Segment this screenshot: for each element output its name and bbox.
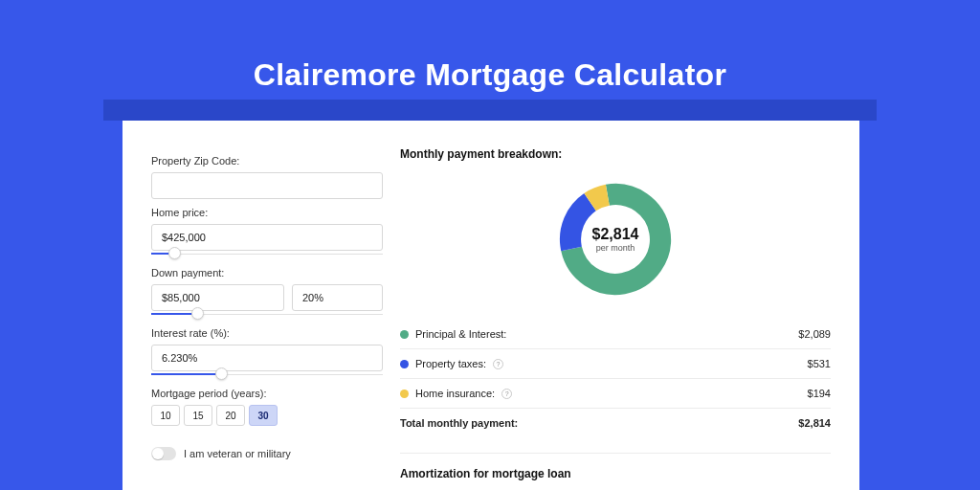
slider-thumb[interactable] [215, 368, 228, 380]
breakdown-value: $2,089 [798, 328, 831, 340]
home-price-slider[interactable] [151, 250, 383, 259]
down-payment-slider[interactable] [151, 310, 383, 320]
down-payment-pct-input[interactable] [292, 284, 383, 311]
payment-donut-chart: $2,814 per month [556, 180, 675, 299]
legend-dot [400, 330, 409, 339]
breakdown-row: Principal & Interest:$2,089 [400, 320, 831, 348]
legend-dot [400, 360, 409, 368]
breakdown-label: Principal & Interest: [415, 328, 506, 340]
breakdown-title: Monthly payment breakdown: [400, 147, 831, 161]
amortization-title: Amortization for mortgage loan [400, 467, 831, 480]
period-option-15[interactable]: 15 [184, 405, 212, 426]
interest-input[interactable] [151, 345, 383, 371]
period-label: Mortgage period (years): [151, 388, 383, 399]
breakdown-row: Home insurance:?$194 [400, 378, 831, 408]
donut-sub: per month [596, 243, 635, 253]
breakdown-row: Property taxes:?$531 [400, 348, 831, 378]
breakdown-value: $194 [808, 388, 831, 399]
form-panel: Property Zip Code: Home price: Down paym… [151, 147, 383, 490]
period-option-20[interactable]: 20 [216, 405, 245, 426]
down-payment-label: Down payment: [151, 267, 383, 278]
veteran-toggle[interactable] [151, 447, 176, 460]
slider-thumb[interactable] [191, 307, 204, 320]
info-icon[interactable]: ? [493, 359, 503, 369]
amortization-section: Amortization for mortgage loan Amortizat… [400, 453, 831, 490]
breakdown-label: Property taxes: [415, 358, 486, 369]
breakdown-total-row: Total monthly payment:$2,814 [400, 408, 831, 437]
breakdown-panel: Monthly payment breakdown: $2,814 per mo… [400, 147, 831, 490]
period-option-30[interactable]: 30 [249, 405, 278, 426]
breakdown-label: Home insurance: [415, 388, 495, 399]
interest-slider[interactable] [151, 370, 383, 380]
home-price-label: Home price: [151, 207, 383, 218]
zip-label: Property Zip Code: [151, 155, 383, 167]
breakdown-value: $531 [808, 358, 831, 369]
interest-label: Interest rate (%): [151, 327, 383, 339]
home-price-input[interactable] [151, 224, 383, 251]
period-option-10[interactable]: 10 [151, 405, 180, 426]
info-icon[interactable]: ? [501, 389, 512, 399]
veteran-label: I am veteran or military [184, 448, 291, 459]
total-value: $2,814 [798, 417, 831, 429]
legend-dot [400, 390, 409, 398]
total-label: Total monthly payment: [400, 417, 518, 429]
slider-thumb[interactable] [168, 247, 181, 259]
card-shadow [103, 100, 877, 121]
donut-amount: $2,814 [592, 226, 639, 243]
page-title: Clairemore Mortgage Calculator [0, 0, 980, 93]
down-payment-input[interactable] [151, 284, 284, 311]
zip-input[interactable] [151, 172, 383, 199]
calculator-card: Property Zip Code: Home price: Down paym… [122, 121, 859, 490]
